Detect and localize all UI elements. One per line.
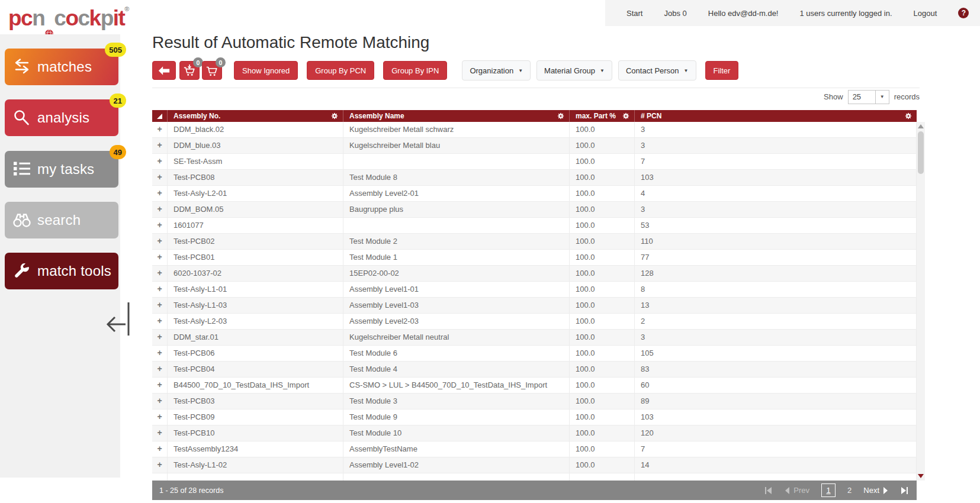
- topbar-logout-link[interactable]: Logout: [914, 9, 937, 18]
- topbar-jobs-link[interactable]: Jobs 0: [664, 9, 686, 18]
- show-ignored-button[interactable]: Show Ignored: [234, 61, 298, 80]
- help-icon[interactable]: ?: [958, 8, 969, 18]
- records-label: records: [894, 92, 920, 101]
- column-header-pcn-count[interactable]: # PCN: [635, 110, 917, 122]
- row-expander[interactable]: +: [152, 282, 168, 297]
- filter-button[interactable]: Filter: [705, 61, 739, 80]
- gear-icon[interactable]: [622, 112, 629, 120]
- cell-max-part: 100.0: [570, 394, 635, 409]
- row-expander[interactable]: +: [152, 234, 168, 249]
- row-expander[interactable]: +: [152, 362, 168, 377]
- table-row[interactable]: +DDM_BOM.05Baugruppe plus100.03: [152, 202, 917, 218]
- page-button-2[interactable]: 2: [847, 486, 852, 495]
- sidebar-collapse-button[interactable]: [103, 302, 130, 336]
- next-page-button[interactable]: Next: [863, 486, 888, 495]
- scroll-down-arrow-icon[interactable]: [918, 474, 924, 478]
- row-expander[interactable]: +: [152, 378, 168, 393]
- cart-download-button[interactable]: 0: [179, 61, 200, 80]
- scroll-up-arrow-icon[interactable]: [918, 124, 924, 128]
- row-expander[interactable]: +: [152, 314, 168, 329]
- table-row[interactable]: +Test-Asly-L1-03Assembly Level1-03100.01…: [152, 298, 917, 314]
- cell-pcn-count: 8: [635, 282, 917, 297]
- table-row[interactable]: +DDM_star.01Kugelschreiber Metall neutra…: [152, 330, 917, 346]
- row-expander[interactable]: +: [152, 457, 168, 473]
- row-expander[interactable]: +: [152, 394, 168, 409]
- cell-assembly-no: Test-PCB08: [168, 170, 343, 185]
- cell-assembly-name: Test Module 9: [343, 410, 570, 425]
- row-expander[interactable]: +: [152, 154, 168, 169]
- row-expander[interactable]: +: [152, 218, 168, 233]
- app-logo[interactable]: pcncockpit®: [8, 2, 129, 33]
- organization-dropdown[interactable]: Organization ▼: [462, 60, 531, 80]
- cell-assembly-no: DDM_blue.03: [168, 138, 343, 153]
- gear-icon[interactable]: [905, 112, 912, 120]
- sidebar-item-matches[interactable]: matches505: [5, 49, 118, 85]
- row-expander[interactable]: +: [152, 425, 168, 441]
- row-expander[interactable]: +: [152, 138, 168, 153]
- row-expander[interactable]: +: [152, 250, 168, 265]
- cell-pcn-count: 3: [635, 138, 917, 153]
- prev-page-button[interactable]: Prev: [785, 486, 809, 495]
- column-header-assembly-no[interactable]: Assembly No.: [168, 110, 343, 122]
- table-row[interactable]: +Test-PCB04Test Module 4100.083: [152, 362, 917, 378]
- row-expander[interactable]: +: [152, 202, 168, 217]
- sidebar-item-search[interactable]: search: [5, 202, 118, 238]
- collapse-all-rows-button[interactable]: [152, 110, 168, 122]
- table-row[interactable]: +Test-Asly-L2-03Assembly Level2-03100.02: [152, 314, 917, 330]
- table-row[interactable]: +1601077100.053: [152, 218, 917, 234]
- contact-person-dropdown[interactable]: Contact Person ▼: [618, 60, 696, 80]
- group-by-pcn-button[interactable]: Group By PCN: [307, 61, 374, 80]
- cell-pcn-count: 77: [635, 250, 917, 265]
- row-expander[interactable]: +: [152, 330, 168, 345]
- table-row[interactable]: +Test-PCB03Test Module 3100.089: [152, 394, 917, 410]
- row-expander[interactable]: +: [152, 186, 168, 201]
- sidebar-item-analysis[interactable]: analysis21: [5, 99, 118, 136]
- prev-arrow-icon: [785, 486, 790, 495]
- sidebar-item-match-tools[interactable]: match tools: [5, 253, 118, 289]
- first-page-button[interactable]: [764, 486, 773, 495]
- table-row[interactable]: +SE-Test-Assm100.07: [152, 154, 917, 170]
- cell-pcn-count: 60: [635, 378, 917, 393]
- table-row[interactable]: +Test-PCB08Test Module 8100.0103: [152, 170, 917, 186]
- row-expander[interactable]: +: [152, 410, 168, 425]
- table-row[interactable]: +Test-PCB02Test Module 2100.0110: [152, 234, 917, 250]
- chevron-down-icon: ▼: [518, 68, 523, 73]
- group-by-ipn-button[interactable]: Group By IPN: [383, 61, 447, 80]
- column-header-max-part[interactable]: max. Part %: [570, 110, 635, 122]
- row-expander[interactable]: +: [152, 266, 168, 281]
- back-button[interactable]: [152, 61, 176, 80]
- row-expander[interactable]: +: [152, 122, 168, 137]
- sidebar-item-my-tasks[interactable]: my tasks49: [5, 151, 118, 188]
- cart-button[interactable]: 0: [202, 61, 222, 80]
- table-row[interactable]: +Test-PCB10Test Module 10100.0120: [152, 425, 917, 441]
- material-group-dropdown[interactable]: Material Group ▼: [536, 60, 612, 80]
- table-row[interactable]: +Test-PCB01Test Module 1100.077: [152, 250, 917, 266]
- row-expander[interactable]: +: [152, 170, 168, 185]
- logo-letter: o: [65, 7, 78, 29]
- table-scrollbar[interactable]: [917, 122, 925, 481]
- binoculars-icon: [12, 211, 31, 229]
- table-row[interactable]: +DDM_black.02Kugelschreiber Metall schwa…: [152, 122, 917, 138]
- table-row[interactable]: +B44500_70D_10_TestData_IHS_ImportCS-SMO…: [152, 378, 917, 394]
- row-expander[interactable]: +: [152, 298, 168, 313]
- gear-icon[interactable]: [557, 112, 564, 120]
- last-page-button[interactable]: [900, 486, 908, 495]
- table-row[interactable]: +Test-Asly-L2-01Assembly Level2-01100.04: [152, 186, 917, 202]
- row-expander[interactable]: +: [152, 346, 168, 361]
- table-row[interactable]: +Test-PCB06Test Module 6100.0105: [152, 346, 917, 362]
- table-row[interactable]: +TestAssembly1234AssemblyTestName100.07: [152, 441, 917, 457]
- table-row[interactable]: +Test-PCB09Test Module 9100.0103: [152, 410, 917, 425]
- table-row[interactable]: +Test-Asly-L1-01Assembly Level1-01100.08: [152, 282, 917, 298]
- gear-icon[interactable]: [331, 112, 338, 120]
- column-header-assembly-name[interactable]: Assembly Name: [343, 110, 570, 122]
- page-button-1[interactable]: 1: [821, 483, 836, 497]
- table-row[interactable]: +Test-Asly-L1-02Assembly Level1-02100.01…: [152, 457, 917, 473]
- scrollbar-thumb[interactable]: [918, 131, 924, 174]
- table-row[interactable]: +DDM_blue.03Kugelschreiber Metall blau10…: [152, 138, 917, 154]
- page-size-select[interactable]: 25 ▼: [848, 90, 889, 104]
- cell-assembly-no: DDM_black.02: [168, 122, 343, 137]
- cell-assembly-name: Assembly Level1-03: [343, 298, 570, 313]
- table-row[interactable]: +6020-1037-0215EP02-00-02100.0128: [152, 266, 917, 282]
- topbar-start-link[interactable]: Start: [626, 9, 642, 18]
- row-expander[interactable]: +: [152, 441, 168, 457]
